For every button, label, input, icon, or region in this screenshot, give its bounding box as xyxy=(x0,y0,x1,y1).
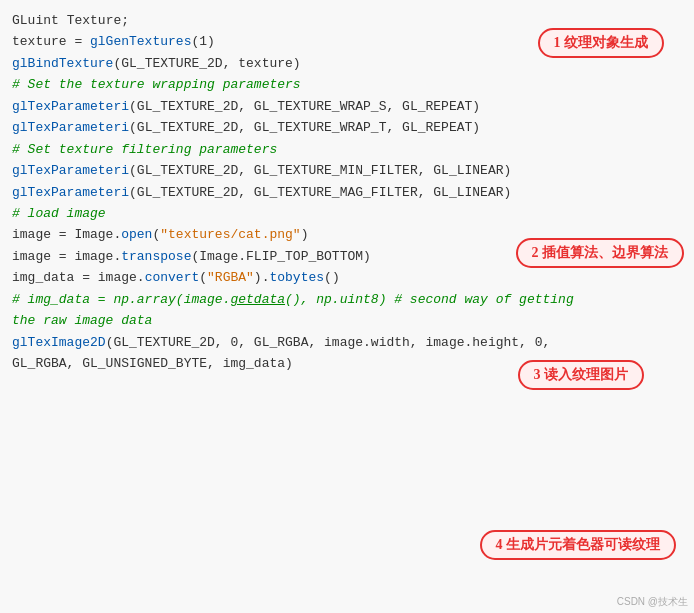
annotation-bubble-1: 1 纹理对象生成 xyxy=(538,28,665,58)
code-line: # Set texture filtering parameters xyxy=(12,139,686,160)
code-line: img_data = image.convert("RGBA").tobytes… xyxy=(12,267,686,288)
code-line: # img_data = np.array(image.getdata(), n… xyxy=(12,289,686,310)
annotation-bubble-3: 3 读入纹理图片 xyxy=(518,360,645,390)
code-line: glTexImage2D(GL_TEXTURE_2D, 0, GL_RGBA, … xyxy=(12,332,686,353)
code-line: glTexParameteri(GL_TEXTURE_2D, GL_TEXTUR… xyxy=(12,160,686,181)
code-line: glTexParameteri(GL_TEXTURE_2D, GL_TEXTUR… xyxy=(12,117,686,138)
code-line: # load image xyxy=(12,203,686,224)
code-line: # Set the texture wrapping parameters xyxy=(12,74,686,95)
code-line: glTexParameteri(GL_TEXTURE_2D, GL_TEXTUR… xyxy=(12,96,686,117)
code-area: GLuint Texture; texture = glGenTextures(… xyxy=(0,0,694,613)
watermark: CSDN @技术生 xyxy=(617,595,688,609)
code-line: the raw image data xyxy=(12,310,686,331)
annotation-bubble-2: 2 插值算法、边界算法 xyxy=(516,238,685,268)
code-line: glTexParameteri(GL_TEXTURE_2D, GL_TEXTUR… xyxy=(12,182,686,203)
annotation-bubble-4: 4 生成片元着色器可读纹理 xyxy=(480,530,677,560)
